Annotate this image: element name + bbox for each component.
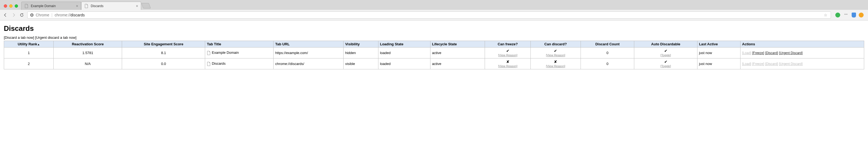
view-reason-link[interactable]: [View Reason] (546, 65, 565, 68)
cell-can-discard: ✔[View Reason] (530, 48, 581, 58)
new-tab-button[interactable] (141, 3, 151, 8)
url-path: discards (70, 13, 85, 17)
cell-auto-discardable: ✔[Toggle] (634, 58, 697, 69)
cell-reactivation-score: 1.5781 (54, 48, 122, 58)
cell-actions: [Load] [Freeze] [Discard] [Urgent Discar… (740, 48, 864, 58)
document-icon (207, 62, 211, 66)
top-action-links: [Discard a tab now] [Urgent discard a ta… (4, 35, 864, 40)
close-tab-icon[interactable]: × (76, 4, 78, 8)
urgent-discard-action: [Urgent Discard] (779, 62, 803, 66)
col-can-freeze[interactable]: Can freeze? (485, 41, 530, 48)
cell-tab-title: Discards (205, 58, 274, 69)
view-reason-link[interactable]: [View Reason] (498, 65, 517, 68)
svg-point-1 (31, 15, 33, 16)
maximize-window-button[interactable] (15, 4, 18, 8)
check-icon: ✘ (487, 59, 529, 64)
col-actions[interactable]: Actions (740, 41, 864, 48)
load-action: [Load] (742, 51, 751, 55)
cell-last-active: just now (697, 48, 740, 58)
table-row: 2N/A0.0Discardschrome://discards/visible… (4, 58, 864, 69)
extension-overflow-icon[interactable]: ••• (843, 12, 849, 18)
load-action: [Load] (742, 62, 751, 66)
view-reason-link[interactable]: [View Reason] (498, 53, 517, 57)
col-tab-url[interactable]: Tab URL (274, 41, 344, 48)
cell-auto-discardable: ✔[Toggle] (634, 48, 697, 58)
cell-reactivation-score: N/A (54, 58, 122, 69)
extension-icon-1[interactable] (835, 12, 840, 18)
address-bar[interactable]: Chrome | chrome://discards ☆ (27, 11, 831, 19)
shield-icon[interactable] (851, 12, 856, 18)
browser-tab[interactable]: Discards× (81, 2, 141, 10)
cell-tab-url: chrome://discards/ (274, 58, 344, 69)
col-can-discard[interactable]: Can discard? (530, 41, 581, 48)
col-lifecycle-state[interactable]: Lifecycle State (430, 41, 485, 48)
arrow-left-icon (3, 13, 8, 17)
close-window-button[interactable] (4, 4, 7, 8)
back-button[interactable] (3, 12, 8, 18)
table-header-row: Utility Rank▲ Reactivation Score Site En… (4, 41, 864, 48)
close-tab-icon[interactable]: × (136, 4, 138, 8)
col-loading-state[interactable]: Loading State (378, 41, 430, 48)
tab-title: Example Domain (31, 4, 74, 8)
cell-visibility: visible (343, 58, 378, 69)
col-reactivation-score[interactable]: Reactivation Score (54, 41, 122, 48)
cell-visibility: hidden (343, 48, 378, 58)
url-separator: | (52, 13, 53, 17)
check-icon: ✔ (636, 49, 695, 53)
toggle-link[interactable]: [Toggle] (660, 65, 671, 68)
view-reason-link[interactable]: [View Reason] (546, 53, 565, 57)
reload-icon (20, 13, 24, 17)
bookmark-star-icon[interactable]: ☆ (824, 13, 828, 17)
col-discard-count[interactable]: Discard Count (581, 41, 634, 48)
cell-site-engagement: 0.0 (122, 58, 205, 69)
chrome-info-icon (30, 13, 34, 17)
cell-utility-rank: 2 (4, 58, 54, 69)
check-icon: ✔ (532, 49, 579, 53)
cell-loading-state: loaded (378, 48, 430, 58)
page-content: Discards [Discard a tab now] [Urgent dis… (0, 21, 868, 73)
tab-title: Discards (91, 4, 134, 8)
url-scheme: Chrome (36, 13, 49, 17)
extension-icon-2[interactable] (859, 12, 864, 18)
cell-can-freeze: ✔[View Reason] (485, 48, 530, 58)
forward-button[interactable] (11, 12, 17, 18)
discard-action: [Discard] (765, 62, 778, 66)
cell-lifecycle-state: active (430, 58, 485, 69)
freeze-action: [Freeze] (752, 62, 764, 66)
discard-tab-now-link[interactable]: [Discard a tab now] (4, 35, 34, 40)
col-tab-title[interactable]: Tab Title (205, 41, 274, 48)
urgent-discard-tab-now-link[interactable]: [Urgent discard a tab now] (35, 35, 76, 40)
cell-discard-count: 0 (581, 58, 634, 69)
tab-strip: Example Domain×Discards× (0, 0, 868, 10)
cell-utility-rank: 1 (4, 48, 54, 58)
col-visibility[interactable]: Visibility (343, 41, 378, 48)
cell-lifecycle-state: active (430, 48, 485, 58)
browser-tab[interactable]: Example Domain× (21, 2, 81, 10)
col-utility-rank[interactable]: Utility Rank▲ (4, 41, 54, 48)
window-controls (2, 4, 21, 10)
page-title: Discards (4, 24, 864, 33)
browser-chrome: Example Domain×Discards× Chrome | chrome… (0, 0, 868, 21)
url-host: chrome:// (55, 13, 70, 17)
col-site-engagement[interactable]: Site Engagement Score (122, 41, 205, 48)
urgent-discard-action[interactable]: [Urgent Discard] (779, 51, 803, 55)
document-icon (24, 4, 29, 8)
discard-action[interactable]: [Discard] (765, 51, 778, 55)
minimize-window-button[interactable] (9, 4, 12, 8)
toolbar: Chrome | chrome://discards ☆ ••• (0, 10, 868, 21)
col-last-active[interactable]: Last Active (697, 41, 740, 48)
cell-last-active: just now (697, 58, 740, 69)
table-row: 11.57818.1Example Domainhttps://example.… (4, 48, 864, 58)
cell-can-discard: ✘[View Reason] (530, 58, 581, 69)
toggle-link[interactable]: [Toggle] (660, 53, 671, 57)
discards-table: Utility Rank▲ Reactivation Score Site En… (4, 41, 864, 69)
col-auto-discardable[interactable]: Auto Discardable (634, 41, 697, 48)
arrow-right-icon (11, 13, 16, 17)
freeze-action[interactable]: [Freeze] (752, 51, 764, 55)
cell-can-freeze: ✘[View Reason] (485, 58, 530, 69)
check-icon: ✘ (532, 59, 579, 64)
cell-tab-url: https://example.com/ (274, 48, 344, 58)
cell-discard-count: 0 (581, 48, 634, 58)
cell-actions: [Load] [Freeze] [Discard] [Urgent Discar… (740, 58, 864, 69)
reload-button[interactable] (19, 12, 25, 18)
